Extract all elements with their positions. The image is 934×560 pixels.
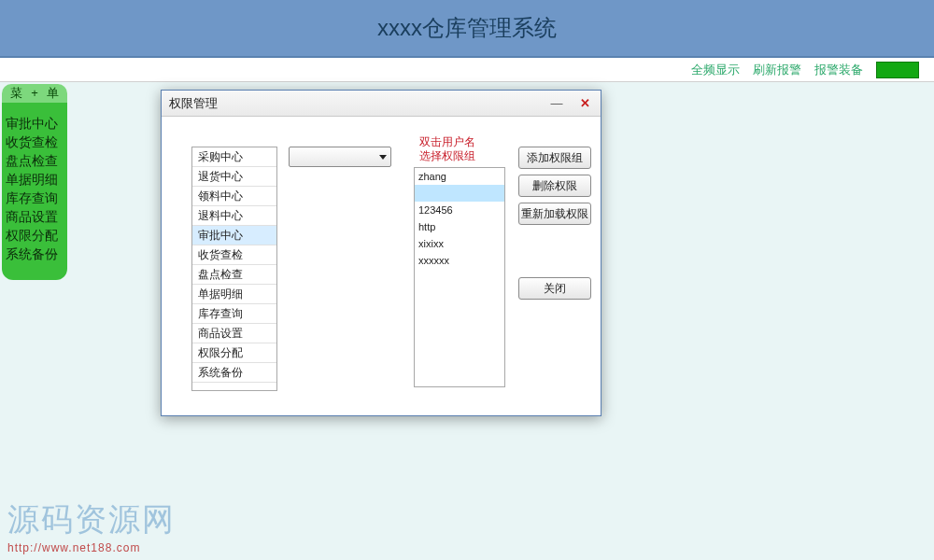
- user-row[interactable]: zhang: [415, 168, 504, 185]
- user-row[interactable]: xxxxxx: [415, 252, 504, 269]
- delete-permission-button[interactable]: 删除权限: [518, 175, 591, 197]
- sidebar-item[interactable]: 权限分配: [6, 226, 64, 245]
- module-row[interactable]: 权限分配: [192, 343, 276, 363]
- module-row[interactable]: 退货中心: [192, 167, 276, 187]
- group-dropdown[interactable]: [289, 147, 391, 167]
- alarm-device-link[interactable]: 报警装备: [814, 62, 863, 78]
- user-list[interactable]: zhang123456httpxixixxxxxxxx: [414, 167, 505, 387]
- refresh-alarm-link[interactable]: 刷新报警: [753, 62, 801, 78]
- minimize-icon[interactable]: —: [546, 94, 567, 111]
- module-row[interactable]: 系统备份: [192, 363, 276, 383]
- module-row[interactable]: 领料中心: [192, 187, 276, 206]
- user-row[interactable]: http: [415, 218, 504, 235]
- module-row[interactable]: 商品设置: [192, 324, 276, 343]
- close-button[interactable]: 关闭: [518, 277, 591, 300]
- module-row[interactable]: 收货查检: [192, 245, 276, 265]
- sidebar-header: 菜 + 单: [2, 84, 67, 103]
- close-icon[interactable]: ✕: [574, 94, 595, 111]
- module-row[interactable]: 单据明细: [192, 285, 276, 304]
- user-row[interactable]: 123456: [415, 202, 504, 218]
- reload-permission-button[interactable]: 重新加载权限: [518, 203, 591, 225]
- module-row[interactable]: 采购中心: [192, 147, 276, 167]
- watermark: 源码资源网 http://www.net188.com: [7, 498, 176, 554]
- permission-dialog: 权限管理 — ✕ 采购中心退货中心领料中心退料中心审批中心收货查检盘点检查单据明…: [161, 90, 601, 416]
- top-link-bar: 全频显示 刷新报警 报警装备: [0, 58, 934, 82]
- module-row[interactable]: 库存查询: [192, 304, 276, 324]
- sidebar-item[interactable]: 收货查检: [6, 133, 64, 151]
- sidebar: 菜 + 单 审批中心收货查检盘点检查单据明细库存查询商品设置权限分配系统备份: [2, 84, 67, 280]
- sidebar-item[interactable]: 盘点检查: [6, 151, 64, 170]
- dialog-titlebar[interactable]: 权限管理 — ✕: [162, 91, 601, 117]
- hint-text: 双击用户名 选择权限组: [419, 135, 513, 163]
- sidebar-item[interactable]: 审批中心: [6, 114, 64, 133]
- module-row[interactable]: 盘点检查: [192, 265, 276, 285]
- full-screen-link[interactable]: 全频显示: [691, 62, 740, 78]
- chevron-down-icon: [379, 155, 387, 160]
- user-row[interactable]: xixixx: [415, 235, 504, 252]
- user-row[interactable]: [415, 185, 504, 202]
- sidebar-item[interactable]: 商品设置: [6, 207, 64, 226]
- dialog-title: 权限管理: [169, 95, 218, 112]
- add-group-button[interactable]: 添加权限组: [518, 147, 591, 169]
- module-row[interactable]: 退料中心: [192, 206, 276, 226]
- module-list[interactable]: 采购中心退货中心领料中心退料中心审批中心收货查检盘点检查单据明细库存查询商品设置…: [191, 147, 277, 391]
- sidebar-item[interactable]: 库存查询: [6, 189, 64, 207]
- sidebar-item[interactable]: 系统备份: [6, 245, 64, 263]
- module-row[interactable]: 审批中心: [192, 226, 276, 245]
- app-banner: xxxx仓库管理系统: [0, 0, 934, 58]
- sidebar-item[interactable]: 单据明细: [6, 170, 64, 189]
- alarm-indicator: [876, 62, 919, 78]
- app-title: xxxx仓库管理系统: [377, 13, 557, 43]
